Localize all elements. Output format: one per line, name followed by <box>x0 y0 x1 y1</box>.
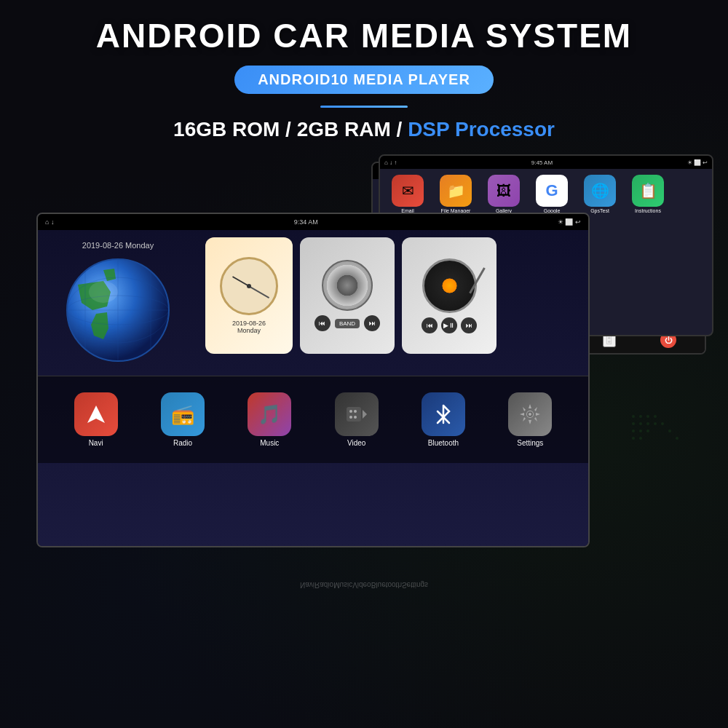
home-left-icons: ⌂ ↓ <box>45 218 54 226</box>
svg-point-23 <box>632 422 635 425</box>
svg-point-34 <box>676 437 678 440</box>
svg-point-33 <box>668 430 671 432</box>
svg-point-24 <box>639 422 642 425</box>
record-disc <box>422 258 477 313</box>
record-play-btn[interactable]: ▶⏸ <box>441 317 457 333</box>
refl-music: Music <box>333 582 352 590</box>
video-icon <box>335 392 379 436</box>
dock-music[interactable]: 🎵 Music <box>248 392 291 447</box>
main-title: ANDROID CAR MEDIA SYSTEM <box>96 16 632 55</box>
dock-settings[interactable]: Settings <box>508 392 552 447</box>
ram-spec: 2GB RAM <box>297 118 391 141</box>
svg-point-15 <box>354 416 357 419</box>
apps-time: 9:45 AM <box>531 159 553 166</box>
record-next-btn[interactable]: ⏭ <box>461 317 477 333</box>
refl-settings: Settings <box>402 582 428 590</box>
music-prev-btn[interactable]: ⏮ <box>314 315 331 331</box>
clock-widget: 2019-08-26Monday <box>205 237 293 354</box>
globe-date: 2019-08-26 Monday <box>82 241 154 250</box>
record-controls: ⏮ ▶⏸ ⏭ <box>422 317 477 333</box>
instructions-icon: 📋 <box>632 175 664 207</box>
home-status-bar: ⌂ ↓ 9:34 AM ☀ ⬜ ↩ <box>38 214 588 230</box>
apps-left-icons: ⌂ ↓ ↑ <box>384 159 397 166</box>
clock-center <box>247 284 251 288</box>
page-content: ANDROID CAR MEDIA SYSTEM ANDROID10 MEDIA… <box>0 0 728 728</box>
svg-point-13 <box>354 410 357 413</box>
svg-point-28 <box>639 430 642 432</box>
google-icon: G <box>536 175 568 207</box>
dots-decoration <box>626 409 684 470</box>
svg-marker-9 <box>87 405 105 423</box>
filemanager-icon: 📁 <box>440 175 472 207</box>
svg-point-32 <box>661 422 664 425</box>
record-widget: ⏮ ▶⏸ ⏭ <box>402 237 496 354</box>
svg-marker-11 <box>363 410 367 419</box>
navi-label: Navi <box>89 439 103 447</box>
refl-bluetooth: Bluetooth <box>371 582 402 590</box>
record-prev-btn[interactable]: ⏮ <box>422 317 438 333</box>
screens-container: ⌂ ↓ ↑ 9:45 AM ☀ ⬜ ↩ ✉ Email 📁 File Manag… <box>15 154 713 562</box>
home-time: 9:34 AM <box>294 218 318 226</box>
home-top-area: 2019-08-26 Monday <box>38 230 588 376</box>
svg-point-20 <box>639 415 642 418</box>
specs-line: 16GB ROM / 2GB RAM / DSP Processor <box>173 118 555 141</box>
dock-radio[interactable]: 📻 Radio <box>161 392 205 447</box>
gpstest-label: GpsTest <box>590 208 609 213</box>
svg-point-21 <box>646 415 649 418</box>
music-disc <box>322 260 373 311</box>
svg-point-18 <box>529 413 531 416</box>
music-controls: ⏮ BAND ⏭ <box>314 315 380 331</box>
radio-label: Radio <box>173 439 192 447</box>
svg-point-19 <box>632 415 635 418</box>
apps-right-icons: ☀ ⬜ ↩ <box>687 159 708 166</box>
navi-icon <box>74 392 118 436</box>
rom-spec: 16GB ROM <box>173 118 280 141</box>
svg-point-31 <box>639 437 642 440</box>
music-band-btn[interactable]: BAND <box>335 319 360 328</box>
music-widget: ⏮ BAND ⏭ <box>300 237 395 354</box>
svg-point-30 <box>632 437 635 440</box>
bluetooth-label: Bluetooth <box>428 439 459 447</box>
slash2: / <box>397 118 408 141</box>
divider <box>320 106 408 108</box>
svg-point-14 <box>349 416 352 419</box>
home-content: 2019-08-26 Monday <box>38 230 588 546</box>
dock-navi[interactable]: Navi <box>74 392 118 447</box>
music-label: Music <box>260 439 279 447</box>
refl-radio: Radio <box>314 582 333 590</box>
radio-icon: 📻 <box>161 392 205 436</box>
refl-navi: Navi <box>300 582 314 590</box>
bluetooth-icon <box>422 392 465 436</box>
gpstest-icon: 🌐 <box>584 175 616 207</box>
apps-status-bar: ⌂ ↓ ↑ 9:45 AM ☀ ⬜ ↩ <box>380 156 712 169</box>
screen-home: ⌂ ↓ 9:34 AM ☀ ⬜ ↩ 2019-08-26 Monday <box>36 213 590 547</box>
globe-area: 2019-08-26 Monday <box>38 230 198 376</box>
clock-face <box>220 257 278 315</box>
music-icon: 🎵 <box>248 392 291 436</box>
video-label: Video <box>347 439 365 447</box>
settings-icon <box>508 392 552 436</box>
gallery-icon: 🖼 <box>488 175 520 207</box>
music-next-btn[interactable]: ⏭ <box>364 315 380 331</box>
app-dock: Navi 📻 Radio 🎵 Music <box>38 376 588 463</box>
dsp-spec: DSP Processor <box>408 118 555 141</box>
email-icon: ✉ <box>392 175 424 207</box>
svg-point-25 <box>646 422 649 425</box>
dock-bluetooth[interactable]: Bluetooth <box>422 392 465 447</box>
app-instructions[interactable]: 📋 Instructions <box>626 175 670 250</box>
svg-point-22 <box>654 415 657 418</box>
widgets-area: 2019-08-26Monday ⏮ BAND ⏭ <box>198 230 588 376</box>
subtitle-badge: ANDROID10 MEDIA PLAYER <box>234 66 494 94</box>
subtitle-text: ANDROID10 MEDIA PLAYER <box>258 71 470 87</box>
refl-video: Video <box>352 582 371 590</box>
slash1: / <box>285 118 297 141</box>
svg-point-26 <box>654 422 657 425</box>
globe-svg <box>63 256 173 365</box>
instructions-label: Instructions <box>635 208 661 213</box>
clock-date: 2019-08-26Monday <box>232 320 266 334</box>
record-arm <box>469 267 486 293</box>
svg-point-12 <box>349 410 352 413</box>
svg-rect-10 <box>347 407 361 422</box>
dock-video[interactable]: Video <box>335 392 379 447</box>
svg-point-27 <box>632 430 635 432</box>
